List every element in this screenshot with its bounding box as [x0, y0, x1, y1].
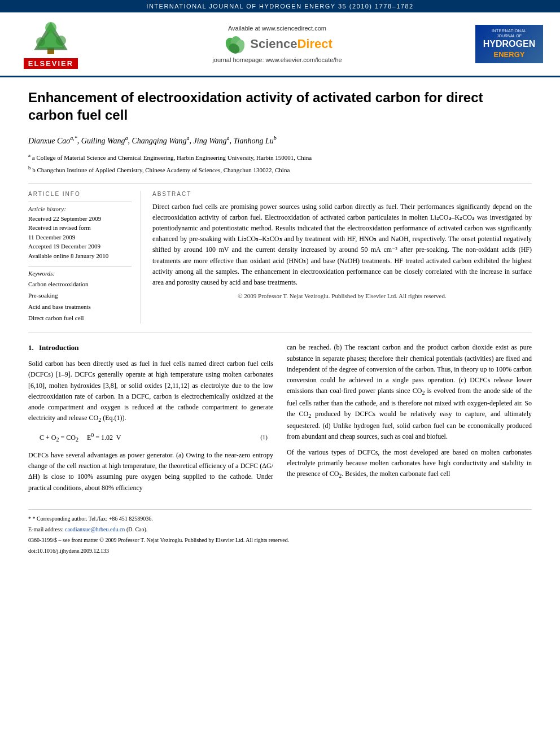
intro-para-1: Solid carbon has been directly used as f…: [28, 359, 273, 425]
badge-international: INTERNATIONAL: [480, 28, 539, 33]
corresponding-label: * Corresponding author. Tel./fax: +86 45…: [33, 516, 153, 522]
divider-2: [28, 333, 532, 333]
affiliation-a: a a College of Material Science and Chem…: [28, 152, 532, 162]
abstract-text: Direct carbon fuel cells are promising p…: [152, 202, 532, 289]
svg-point-4: [36, 37, 45, 46]
footnote-issn: 0360-3199/$ – see front matter © 2009 Pr…: [28, 536, 532, 545]
received-revised-label: Received in revised form: [28, 223, 132, 233]
available-online: Available online 8 January 2010: [28, 251, 132, 261]
affiliation-b: b b Changchun Institute of Applied Chemi…: [28, 164, 532, 174]
abstract-header: ABSTRACT: [152, 191, 532, 197]
badge-journal-of: JOURNAL OF: [480, 33, 539, 38]
author-tianhong: Tianhong Lu: [234, 137, 274, 145]
author-dianxue: Dianxue Cao: [28, 137, 70, 145]
divider-1: [28, 184, 532, 184]
email-suffix: (D. Cao).: [126, 526, 148, 532]
intro-para-3: can be reached. (b) The reactant carbon …: [287, 342, 532, 442]
journal-name-top: INTERNATIONAL JOURNAL OF HYDROGEN ENERGY…: [146, 3, 413, 10]
email-link[interactable]: caodianxue@hrbeu.edu.cn: [65, 526, 125, 532]
copyright-line: © 2009 Professor T. Nejat Veziroglu. Pub…: [152, 292, 532, 299]
author-guiling: Guiling Wang: [81, 137, 125, 145]
elsevier-logo: ELSEVIER: [17, 19, 85, 69]
email-label: E-mail address:: [28, 526, 63, 532]
journal-right-badge: INTERNATIONAL JOURNAL OF HYDROGEN ENERGY: [470, 25, 543, 63]
section-1-heading: 1. Introduction: [28, 342, 273, 354]
two-col-text: 1. Introduction Solid carbon has been di…: [28, 342, 532, 497]
footnote-corresponding: * * Corresponding author. Tel./fax: +86 …: [28, 514, 532, 523]
keywords-label: Keywords:: [28, 270, 132, 277]
badge-hydrogen: HYDROGEN: [480, 38, 539, 50]
sciencedirect-logo: ScienceDirect: [85, 34, 470, 54]
section-1-title: Introduction: [39, 343, 79, 352]
main-text: 1. Introduction Solid carbon has been di…: [28, 342, 532, 497]
article-history-group: Article history: Received 22 September 2…: [28, 202, 132, 261]
left-col: 1. Introduction Solid carbon has been di…: [28, 342, 273, 497]
affiliations: a a College of Material Science and Chem…: [28, 152, 532, 174]
article-history-label: Article history:: [28, 206, 132, 212]
badge-energy: ENERGY: [480, 50, 539, 60]
article-info: ARTICLE INFO Article history: Received 2…: [28, 191, 141, 324]
paper-body: Enhancement of electrooxidation activity…: [0, 77, 560, 574]
footnote-section: * * Corresponding author. Tel./fax: +86 …: [28, 509, 532, 556]
right-col: can be reached. (b) The reactant carbon …: [287, 342, 532, 497]
sd-direct-text: Direct: [297, 37, 332, 51]
received-date-1: Received 22 September 2009: [28, 214, 132, 224]
intro-para-4: Of the various types of DCFCs, the most …: [287, 447, 532, 481]
footnote-email: E-mail address: caodianxue@hrbeu.edu.cn …: [28, 525, 532, 534]
svg-point-6: [45, 22, 56, 33]
accepted-date: Accepted 19 December 2009: [28, 242, 132, 251]
star-icon: *: [28, 516, 33, 522]
elsevier-tree-icon: [28, 19, 73, 56]
equation-text: C + O2 = CO2 E0 = 1.02 V: [40, 431, 121, 444]
keyword-1: Carbon electrooxidation: [28, 279, 132, 290]
journal-header-bar: INTERNATIONAL JOURNAL OF HYDROGEN ENERGY…: [0, 0, 560, 12]
paper-title: Enhancement of electrooxidation activity…: [28, 89, 532, 124]
abstract-col: ABSTRACT Direct carbon fuel cells are pr…: [152, 191, 532, 324]
journal-header: ELSEVIER Available at www.sciencedirect.…: [0, 12, 560, 77]
sd-text: ScienceDirect: [250, 37, 333, 51]
intro-para-2: DCFCs have several advantages as power g…: [28, 450, 273, 493]
received-revised-date: 11 December 2009: [28, 233, 132, 242]
authors-line: Dianxue Caoa,*, Guiling Wanga, Changqing…: [28, 134, 532, 147]
author-changqing: Changqing Wang: [132, 137, 186, 145]
doi-text: doi:10.1016/j.ijhydene.2009.12.133: [28, 548, 109, 554]
keyword-2: Pre-soaking: [28, 290, 132, 302]
homepage-text: journal homepage: www.elsevier.com/locat…: [85, 56, 470, 63]
keywords-group: Keywords: Carbon electrooxidation Pre-so…: [28, 266, 132, 324]
sd-leaves-icon: [222, 34, 250, 54]
equation-number: (1): [260, 433, 268, 443]
article-info-header: ARTICLE INFO: [28, 191, 132, 197]
equation-1: C + O2 = CO2 E0 = 1.02 V (1): [28, 431, 273, 444]
journal-center-branding: Available at www.sciencedirect.com Scien…: [85, 25, 470, 63]
keyword-3: Acid and base treatments: [28, 302, 132, 313]
issn-text: 0360-3199/$ – see front matter © 2009 Pr…: [28, 537, 289, 543]
footnote-doi: doi:10.1016/j.ijhydene.2009.12.133: [28, 547, 532, 556]
elsevier-label: ELSEVIER: [24, 58, 78, 69]
available-text: Available at www.sciencedirect.com: [85, 25, 470, 32]
keyword-4: Direct carbon fuel cell: [28, 313, 132, 324]
section-1-number: 1.: [28, 343, 34, 352]
hydrogen-energy-badge: INTERNATIONAL JOURNAL OF HYDROGEN ENERGY: [475, 25, 543, 63]
sd-science-text: Science: [250, 37, 297, 51]
article-info-abstract-row: ARTICLE INFO Article history: Received 2…: [28, 191, 532, 324]
author-jing: Jing Wang: [194, 137, 227, 145]
svg-point-5: [56, 36, 66, 46]
